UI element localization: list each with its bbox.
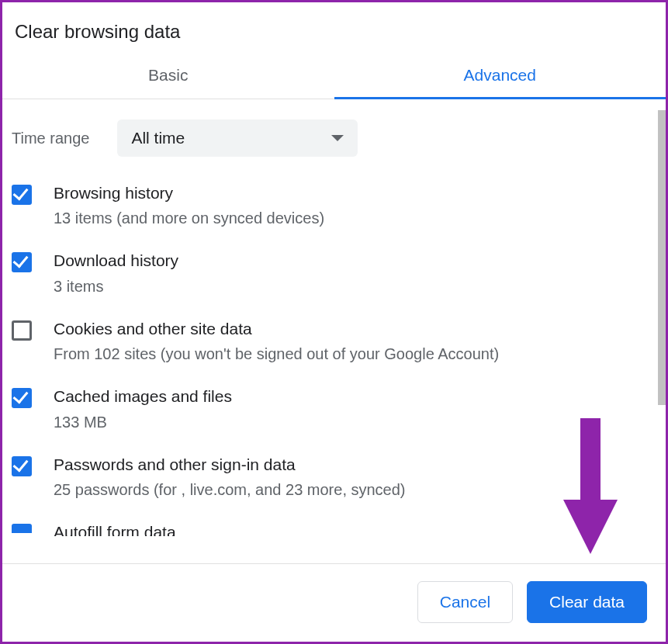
tab-advanced[interactable]: Advanced <box>334 50 666 99</box>
option-title: Cached images and files <box>54 385 232 408</box>
checkbox-passwords[interactable] <box>12 456 32 476</box>
time-range-select[interactable]: All time <box>117 119 358 157</box>
chevron-down-icon <box>331 135 344 141</box>
option-cookies: Cookies and other site data From 102 sit… <box>12 308 649 376</box>
checkbox-autofill[interactable] <box>12 524 32 533</box>
option-subtitle: 3 items <box>54 275 178 299</box>
checkbox-cached-images[interactable] <box>12 388 32 408</box>
dialog-footer: Cancel Clear data <box>2 563 666 642</box>
option-subtitle: From 102 sites (you won't be signed out … <box>54 342 499 366</box>
dialog-title: Clear browsing data <box>2 2 666 50</box>
clear-browsing-data-dialog: Clear browsing data Basic Advanced Time … <box>0 0 668 644</box>
option-title: Autofill form data <box>54 521 176 536</box>
option-title: Cookies and other site data <box>54 317 499 341</box>
clear-data-button[interactable]: Clear data <box>527 581 647 623</box>
option-cached-images: Cached images and files 133 MB <box>12 376 649 443</box>
tabs: Basic Advanced <box>2 50 666 99</box>
option-download-history: Download history 3 items <box>12 240 649 307</box>
time-range-value: All time <box>131 129 185 147</box>
option-title: Passwords and other sign-in data <box>54 453 406 476</box>
scrollbar-thumb[interactable] <box>658 110 666 405</box>
tab-basic[interactable]: Basic <box>2 50 334 99</box>
scrollbar[interactable] <box>658 99 666 563</box>
option-subtitle: 13 items (and more on synced devices) <box>54 206 324 230</box>
option-subtitle: 25 passwords (for , live.com, and 23 mor… <box>54 478 406 502</box>
time-range-label: Time range <box>12 130 89 147</box>
checkbox-download-history[interactable] <box>12 252 32 272</box>
option-autofill: Autofill form data <box>12 511 649 536</box>
time-range-row: Time range All time <box>2 99 658 172</box>
option-passwords: Passwords and other sign-in data 25 pass… <box>12 444 649 511</box>
option-browsing-history: Browsing history 13 items (and more on s… <box>12 172 649 240</box>
cancel-button[interactable]: Cancel <box>417 581 513 623</box>
options-list: Browsing history 13 items (and more on s… <box>2 172 658 536</box>
option-title: Download history <box>54 249 178 272</box>
checkbox-cookies[interactable] <box>12 320 32 341</box>
dialog-body: Time range All time Browsing history 13 … <box>2 99 666 563</box>
checkbox-browsing-history[interactable] <box>12 185 32 205</box>
option-subtitle: 133 MB <box>54 410 232 435</box>
option-title: Browsing history <box>54 182 324 205</box>
